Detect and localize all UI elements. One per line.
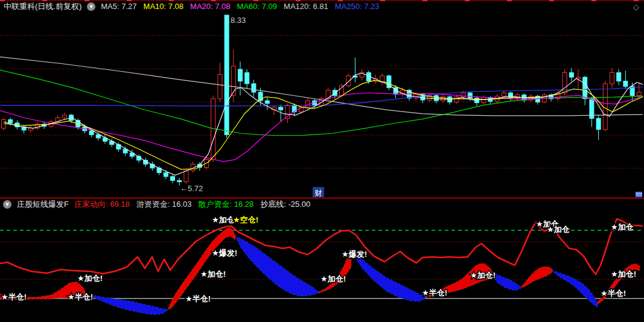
candle-body [252, 84, 256, 92]
candle-body [28, 128, 33, 130]
signal-marker: ★半仓! [601, 289, 626, 298]
candle-body [225, 15, 229, 134]
signal-marker: ★加仓 [547, 225, 570, 234]
signal-marker: ★加仓 [611, 223, 634, 232]
candle-body [177, 180, 182, 182]
candle-body [231, 66, 235, 96]
capital-band-blue [235, 236, 319, 296]
candle-body [265, 101, 269, 103]
signal-marker: ★加仓! [611, 270, 636, 279]
ma5-line [4, 74, 643, 175]
signal-marker: ★半仓! [68, 292, 93, 301]
candle-body [569, 72, 573, 77]
signal-marker: ★爆发! [212, 248, 237, 257]
candle-body [340, 86, 344, 95]
candle-body [617, 72, 621, 81]
candle-body [89, 131, 94, 135]
candle-body [468, 93, 472, 98]
signal-marker: ★半仓! [185, 294, 211, 303]
signal-marker: ★空仓! [233, 215, 258, 224]
candle-body [8, 119, 13, 122]
signal-marker: ★加仓! [77, 274, 103, 283]
candle-body [502, 93, 506, 96]
signal-marker: ★加仓 [212, 215, 235, 224]
low-price-label: ←5.72 [180, 184, 203, 193]
candle-body [96, 134, 100, 137]
candle-body [211, 99, 215, 160]
candle-body [279, 107, 283, 110]
candle-body [171, 177, 175, 181]
candle-body [454, 97, 459, 103]
candle-body [637, 92, 641, 95]
candle-body [218, 75, 222, 99]
signal-marker: ★半仓! [1, 292, 27, 301]
signal-marker: ★加仓! [470, 271, 496, 280]
signal-marker: ★加仓! [320, 274, 346, 283]
capital-band-blue [86, 295, 168, 315]
panel-handle-icon[interactable] [636, 192, 642, 197]
ma10-line [4, 80, 643, 169]
indicator-chart[interactable]: ★半仓!★半仓!★加仓!★半仓!★加仓!★爆发!★加仓★空仓!★加仓!★爆发!★… [0, 199, 644, 322]
candle-body [583, 77, 587, 99]
candle-body [623, 81, 628, 87]
candle-body [326, 90, 330, 99]
signal-marker: ★半仓! [422, 288, 447, 297]
candle-body [482, 98, 486, 103]
candle-body [238, 69, 243, 81]
candle-body [610, 72, 614, 83]
candlestick-chart[interactable]: ↖8.33←5.72财 [0, 0, 644, 199]
candle-body [434, 95, 438, 101]
event-marker-label: 财 [315, 189, 322, 197]
candle-body [62, 115, 66, 118]
capital-band-blue [492, 273, 521, 291]
candle-body [164, 172, 168, 177]
candle-body [245, 72, 249, 83]
signal-marker: ★爆发! [342, 250, 367, 259]
signal-marker: ★加仓! [200, 270, 226, 279]
capital-band-red [521, 267, 552, 288]
high-price-label: ↖8.33 [224, 16, 246, 25]
candle-body [596, 118, 601, 129]
app-window: 中联重科(日线.前复权) ▼ MA5: 7.27MA10: 7.08MA20: … [0, 0, 644, 322]
candle-body [603, 84, 607, 130]
candle-body [184, 171, 188, 182]
capital-band-blue [552, 270, 598, 308]
